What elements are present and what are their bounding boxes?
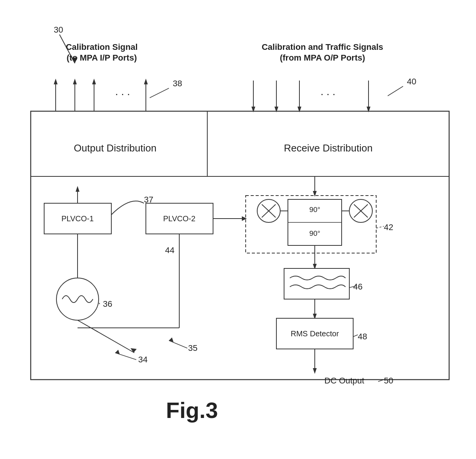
svg-marker-27: [76, 186, 79, 192]
ref-30: 30: [54, 25, 63, 35]
svg-marker-12: [92, 79, 96, 84]
calibration-traffic-label: Calibration and Traffic Signals: [262, 42, 383, 52]
receive-distribution-label: Receive Distribution: [284, 142, 372, 154]
degree90-1-label: 90°: [309, 206, 321, 214]
diagram-container: Output Distribution Receive Distribution…: [0, 0, 476, 459]
svg-marker-30: [242, 216, 247, 221]
output-distribution-label: Output Distribution: [74, 142, 156, 154]
svg-line-64: [169, 341, 187, 348]
svg-line-6: [388, 86, 403, 96]
svg-text:. . .: . . .: [115, 86, 130, 97]
ref-40: 40: [407, 77, 416, 86]
svg-line-5: [150, 88, 169, 98]
svg-marker-15: [144, 79, 148, 84]
svg-line-58: [99, 303, 100, 304]
ref-50: 50: [384, 376, 393, 385]
ref-48: 48: [358, 332, 367, 341]
dc-output-label: DC Output: [324, 376, 364, 385]
from-mpa-label: (from MPA O/P Ports): [280, 53, 365, 63]
rms-detector-label: RMS Detector: [291, 329, 339, 338]
ref-37: 37: [144, 195, 153, 204]
svg-marker-8: [54, 79, 58, 84]
svg-rect-48: [284, 268, 349, 299]
ref-44: 44: [165, 245, 174, 255]
ref-38: 38: [173, 79, 182, 88]
ref-34: 34: [138, 355, 147, 364]
calibration-signal-label: Calibration Signal: [66, 42, 137, 52]
svg-line-53: [353, 335, 358, 337]
plvco2-label: PLVCO-2: [163, 214, 195, 223]
ref-46: 46: [353, 282, 362, 291]
svg-text:. . .: . . .: [321, 86, 336, 97]
svg-line-32: [376, 226, 384, 228]
ref-36: 36: [103, 299, 112, 309]
to-mpa-label: (to MPA I/P Ports): [67, 53, 137, 63]
degree90-2-label: 90°: [309, 229, 321, 237]
svg-line-60: [78, 320, 134, 353]
plvco1-label: PLVCO-1: [61, 214, 94, 223]
figure-label: Fig.3: [166, 398, 218, 423]
ref-35: 35: [188, 343, 197, 353]
ref-42: 42: [384, 222, 393, 232]
svg-marker-10: [73, 79, 77, 84]
svg-marker-55: [313, 368, 317, 374]
svg-marker-61: [131, 348, 137, 353]
